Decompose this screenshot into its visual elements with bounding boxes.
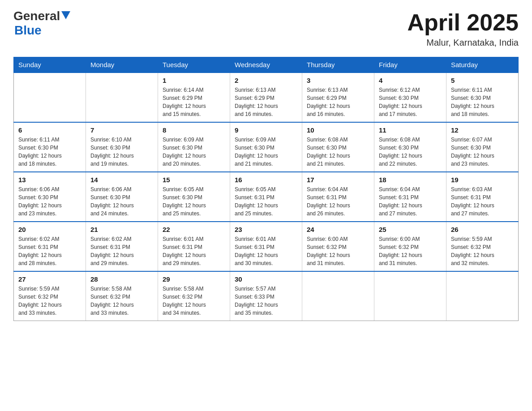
day-info: Sunrise: 6:05 AMSunset: 6:31 PMDaylight:… [235, 185, 297, 218]
day-info: Sunrise: 6:01 AMSunset: 6:31 PMDaylight:… [163, 235, 225, 267]
day-info: Sunrise: 6:14 AMSunset: 6:29 PMDaylight:… [163, 86, 225, 118]
calendar-cell: 20Sunrise: 6:02 AMSunset: 6:31 PMDayligh… [14, 222, 86, 271]
week-row-5: 27Sunrise: 5:59 AMSunset: 6:32 PMDayligh… [14, 271, 519, 321]
day-number: 22 [163, 226, 225, 233]
day-info: Sunrise: 6:09 AMSunset: 6:30 PMDaylight:… [163, 136, 225, 168]
calendar-cell: 21Sunrise: 6:02 AMSunset: 6:31 PMDayligh… [86, 222, 158, 271]
calendar-cell: 15Sunrise: 6:05 AMSunset: 6:30 PMDayligh… [158, 172, 230, 222]
day-info: Sunrise: 6:09 AMSunset: 6:30 PMDaylight:… [235, 136, 297, 168]
day-number: 25 [379, 226, 442, 233]
calendar-cell: 17Sunrise: 6:04 AMSunset: 6:31 PMDayligh… [302, 172, 374, 222]
calendar-cell: 1Sunrise: 6:14 AMSunset: 6:29 PMDaylight… [158, 73, 230, 122]
day-info: Sunrise: 6:05 AMSunset: 6:30 PMDaylight:… [163, 185, 225, 218]
calendar-cell: 11Sunrise: 6:08 AMSunset: 6:30 PMDayligh… [374, 122, 446, 172]
calendar-cell [302, 271, 374, 321]
location-text: Malur, Karnataka, India [407, 38, 519, 48]
day-info: Sunrise: 6:10 AMSunset: 6:30 PMDaylight:… [90, 136, 153, 168]
day-info: Sunrise: 5:59 AMSunset: 6:32 PMDaylight:… [451, 235, 514, 267]
day-number: 15 [163, 176, 225, 184]
day-info: Sunrise: 6:11 AMSunset: 6:30 PMDaylight:… [451, 86, 514, 118]
calendar-cell: 30Sunrise: 5:57 AMSunset: 6:33 PMDayligh… [230, 271, 302, 321]
day-info: Sunrise: 6:13 AMSunset: 6:29 PMDaylight:… [307, 86, 369, 118]
day-info: Sunrise: 6:02 AMSunset: 6:31 PMDaylight:… [18, 235, 81, 267]
week-row-3: 13Sunrise: 6:06 AMSunset: 6:30 PMDayligh… [14, 172, 519, 222]
day-number: 4 [379, 77, 442, 84]
calendar-cell: 28Sunrise: 5:58 AMSunset: 6:32 PMDayligh… [86, 271, 158, 321]
day-header-tuesday: Tuesday [158, 57, 230, 73]
calendar-cell: 27Sunrise: 5:59 AMSunset: 6:32 PMDayligh… [14, 271, 86, 321]
month-title: April 2025 [407, 9, 519, 36]
day-header-friday: Friday [374, 57, 446, 73]
calendar-cell: 9Sunrise: 6:09 AMSunset: 6:30 PMDaylight… [230, 122, 302, 172]
calendar-cell: 2Sunrise: 6:13 AMSunset: 6:29 PMDaylight… [230, 73, 302, 122]
day-info: Sunrise: 6:08 AMSunset: 6:30 PMDaylight:… [307, 136, 369, 168]
day-number: 7 [90, 126, 153, 134]
day-number: 17 [307, 176, 369, 184]
day-number: 2 [235, 77, 297, 84]
calendar-cell: 7Sunrise: 6:10 AMSunset: 6:30 PMDaylight… [86, 122, 158, 172]
day-number: 11 [379, 126, 442, 134]
logo: General Blue [13, 9, 70, 38]
day-number: 13 [18, 176, 81, 184]
day-number: 29 [163, 275, 225, 283]
calendar-cell: 8Sunrise: 6:09 AMSunset: 6:30 PMDaylight… [158, 122, 230, 172]
week-row-2: 6Sunrise: 6:11 AMSunset: 6:30 PMDaylight… [14, 122, 519, 172]
day-number: 19 [451, 176, 514, 184]
day-info: Sunrise: 6:08 AMSunset: 6:30 PMDaylight:… [379, 136, 442, 168]
day-number: 10 [307, 126, 369, 134]
logo-triangle-icon [61, 11, 70, 19]
day-info: Sunrise: 5:58 AMSunset: 6:32 PMDaylight:… [90, 285, 153, 317]
calendar-cell: 19Sunrise: 6:03 AMSunset: 6:31 PMDayligh… [446, 172, 519, 222]
day-info: Sunrise: 6:00 AMSunset: 6:32 PMDaylight:… [307, 235, 369, 267]
day-header-sunday: Sunday [14, 57, 86, 73]
calendar-cell: 13Sunrise: 6:06 AMSunset: 6:30 PMDayligh… [14, 172, 86, 222]
calendar-cell [14, 73, 86, 122]
day-number: 21 [90, 226, 153, 233]
calendar-cell: 4Sunrise: 6:12 AMSunset: 6:30 PMDaylight… [374, 73, 446, 122]
day-info: Sunrise: 5:59 AMSunset: 6:32 PMDaylight:… [18, 285, 81, 317]
calendar-cell [86, 73, 158, 122]
day-info: Sunrise: 6:13 AMSunset: 6:29 PMDaylight:… [235, 86, 297, 118]
day-header-thursday: Thursday [302, 57, 374, 73]
day-number: 6 [18, 126, 81, 134]
calendar-cell: 29Sunrise: 5:58 AMSunset: 6:32 PMDayligh… [158, 271, 230, 321]
day-info: Sunrise: 6:00 AMSunset: 6:32 PMDaylight:… [379, 235, 442, 267]
day-number: 9 [235, 126, 297, 134]
calendar-cell: 25Sunrise: 6:00 AMSunset: 6:32 PMDayligh… [374, 222, 446, 271]
day-info: Sunrise: 6:04 AMSunset: 6:31 PMDaylight:… [307, 185, 369, 218]
calendar-cell: 16Sunrise: 6:05 AMSunset: 6:31 PMDayligh… [230, 172, 302, 222]
day-number: 12 [451, 126, 514, 134]
calendar-cell: 5Sunrise: 6:11 AMSunset: 6:30 PMDaylight… [446, 73, 519, 122]
calendar-table: SundayMondayTuesdayWednesdayThursdayFrid… [13, 57, 519, 321]
day-header-saturday: Saturday [446, 57, 519, 73]
day-info: Sunrise: 6:11 AMSunset: 6:30 PMDaylight:… [18, 136, 81, 168]
week-row-4: 20Sunrise: 6:02 AMSunset: 6:31 PMDayligh… [14, 222, 519, 271]
calendar-cell: 14Sunrise: 6:06 AMSunset: 6:30 PMDayligh… [86, 172, 158, 222]
calendar-cell: 3Sunrise: 6:13 AMSunset: 6:29 PMDaylight… [302, 73, 374, 122]
day-number: 16 [235, 176, 297, 184]
day-number: 30 [235, 275, 297, 283]
day-number: 24 [307, 226, 369, 233]
day-number: 3 [307, 77, 369, 84]
week-row-1: 1Sunrise: 6:14 AMSunset: 6:29 PMDaylight… [14, 73, 519, 122]
day-info: Sunrise: 6:04 AMSunset: 6:31 PMDaylight:… [379, 185, 442, 218]
day-info: Sunrise: 6:02 AMSunset: 6:31 PMDaylight:… [90, 235, 153, 267]
calendar-cell: 23Sunrise: 6:01 AMSunset: 6:31 PMDayligh… [230, 222, 302, 271]
day-info: Sunrise: 5:58 AMSunset: 6:32 PMDaylight:… [163, 285, 225, 317]
day-number: 18 [379, 176, 442, 184]
calendar-cell: 6Sunrise: 6:11 AMSunset: 6:30 PMDaylight… [14, 122, 86, 172]
day-info: Sunrise: 6:12 AMSunset: 6:30 PMDaylight:… [379, 86, 442, 118]
day-number: 8 [163, 126, 225, 134]
logo-blue-text: Blue [14, 23, 42, 37]
logo-general-text: General [13, 9, 60, 23]
day-info: Sunrise: 6:03 AMSunset: 6:31 PMDaylight:… [451, 185, 514, 218]
day-number: 28 [90, 275, 153, 283]
calendar-cell: 10Sunrise: 6:08 AMSunset: 6:30 PMDayligh… [302, 122, 374, 172]
day-info: Sunrise: 6:07 AMSunset: 6:30 PMDaylight:… [451, 136, 514, 168]
calendar-cell [374, 271, 446, 321]
calendar-header-row: SundayMondayTuesdayWednesdayThursdayFrid… [14, 57, 519, 73]
day-number: 5 [451, 77, 514, 84]
title-section: April 2025 Malur, Karnataka, India [407, 9, 519, 48]
day-number: 14 [90, 176, 153, 184]
day-header-wednesday: Wednesday [230, 57, 302, 73]
